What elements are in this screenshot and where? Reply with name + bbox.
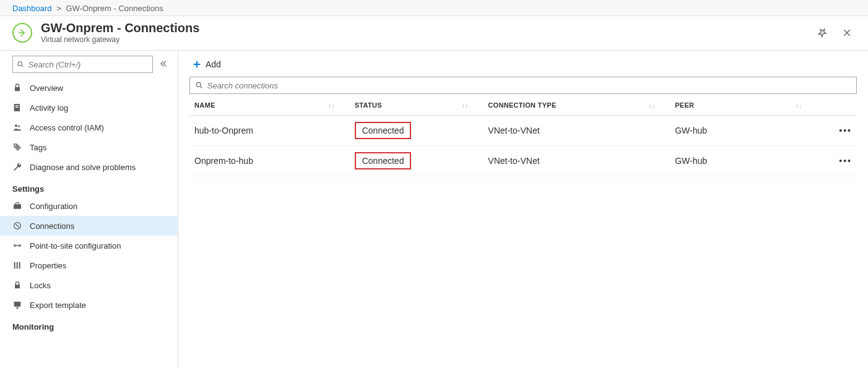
svg-rect-15 <box>15 285 20 288</box>
toolbar: Add <box>189 56 857 77</box>
sidebar-label: Tags <box>30 143 46 152</box>
export-icon <box>12 300 22 310</box>
people-icon <box>12 122 22 132</box>
sidebar-group-settings: Settings <box>0 177 178 196</box>
svg-rect-13 <box>17 262 18 269</box>
log-icon <box>12 103 22 113</box>
pin-button[interactable] <box>814 24 831 41</box>
cell-status: Connected <box>350 146 484 176</box>
cell-name: hub-to-Onprem <box>189 116 350 146</box>
sort-icon: ↑↓ <box>328 103 335 109</box>
sidebar-label: Activity log <box>30 103 68 113</box>
sidebar-item-configuration[interactable]: Configuration <box>0 196 178 216</box>
sidebar-search[interactable] <box>12 56 153 73</box>
sidebar-item-export[interactable]: Export template <box>0 295 178 315</box>
table-row[interactable]: Onprem-to-hub Connected VNet-to-VNet GW-… <box>189 146 857 176</box>
lock-icon <box>12 83 22 93</box>
filter-input[interactable] <box>207 81 851 90</box>
svg-rect-16 <box>14 302 21 307</box>
page-title: GW-Onprem - Connections <box>41 21 199 35</box>
sort-icon: ↑↓ <box>649 103 656 109</box>
svg-point-17 <box>196 82 201 87</box>
resource-icon <box>12 23 32 43</box>
svg-rect-3 <box>15 105 19 106</box>
col-name[interactable]: NAME↑↓ <box>189 95 350 116</box>
sidebar-group-monitoring: Monitoring <box>0 315 178 334</box>
svg-rect-14 <box>19 262 20 269</box>
wrench-icon <box>12 162 22 172</box>
search-icon <box>17 60 24 69</box>
close-button[interactable] <box>838 24 856 41</box>
svg-point-5 <box>15 124 17 127</box>
sidebar-label: Point-to-site configuration <box>30 241 121 250</box>
table-row[interactable]: hub-to-Onprem Connected VNet-to-VNet GW-… <box>189 116 857 146</box>
cell-status: Connected <box>350 116 484 146</box>
sidebar-label: Properties <box>30 261 66 270</box>
row-more-button[interactable]: ••• <box>817 116 857 146</box>
sidebar-item-tags[interactable]: Tags <box>0 137 178 157</box>
sidebar-label: Diagnose and solve problems <box>30 163 136 172</box>
title-bar: GW-Onprem - Connections Virtual network … <box>0 16 868 51</box>
breadcrumb: Dashboard > GW-Onprem - Connections <box>0 0 868 16</box>
svg-rect-4 <box>15 107 19 108</box>
toolbox-icon <box>12 201 22 211</box>
cell-type: VNet-to-VNet <box>483 116 670 146</box>
sidebar: Overview Activity log Access control (IA… <box>0 51 178 368</box>
main-content: Add NAME↑↓ STATUS↑↓ CONNECTION TYPE↑↓ <box>178 51 868 368</box>
add-button[interactable]: Add <box>189 58 224 71</box>
cell-peer: GW-hub <box>670 116 817 146</box>
svg-rect-12 <box>14 262 15 269</box>
sidebar-collapse-button[interactable] <box>157 57 170 72</box>
cell-peer: GW-hub <box>670 146 817 176</box>
page-subtitle: Virtual network gateway <box>41 35 199 44</box>
sidebar-label: Export template <box>30 301 86 310</box>
p2s-icon <box>12 241 22 250</box>
sidebar-label: Locks <box>30 281 51 290</box>
svg-rect-8 <box>14 204 21 208</box>
sidebar-item-properties[interactable]: Properties <box>0 255 178 275</box>
breadcrumb-sep: > <box>56 4 61 13</box>
svg-point-6 <box>18 125 20 127</box>
sidebar-item-connections[interactable]: Connections <box>0 216 178 236</box>
status-badge: Connected <box>355 152 412 169</box>
connections-table: NAME↑↓ STATUS↑↓ CONNECTION TYPE↑↓ PEER↑↓ <box>189 95 857 176</box>
sidebar-item-activity-log[interactable]: Activity log <box>0 98 178 118</box>
properties-icon <box>12 260 22 270</box>
sort-icon: ↑↓ <box>796 103 802 109</box>
svg-point-11 <box>19 245 21 247</box>
col-type[interactable]: CONNECTION TYPE↑↓ <box>483 95 670 116</box>
sidebar-item-overview[interactable]: Overview <box>0 78 178 98</box>
sidebar-item-diagnose[interactable]: Diagnose and solve problems <box>0 157 178 177</box>
connections-icon <box>12 221 22 231</box>
svg-point-10 <box>14 245 16 247</box>
filter-box[interactable] <box>189 77 857 94</box>
breadcrumb-current: GW-Onprem - Connections <box>66 4 163 13</box>
sidebar-label: Access control (IAM) <box>30 123 104 132</box>
cell-name: Onprem-to-hub <box>189 146 350 176</box>
sidebar-search-input[interactable] <box>28 60 152 69</box>
sidebar-item-p2s[interactable]: Point-to-site configuration <box>0 236 178 255</box>
sidebar-item-access-control[interactable]: Access control (IAM) <box>0 118 178 137</box>
sidebar-label: Connections <box>30 221 74 231</box>
search-icon <box>195 81 204 90</box>
svg-point-0 <box>18 62 22 66</box>
add-label: Add <box>206 59 221 69</box>
tag-icon <box>12 142 22 152</box>
sidebar-item-locks[interactable]: Locks <box>0 275 178 295</box>
chevron-left-double-icon <box>159 59 168 68</box>
col-peer[interactable]: PEER↑↓ <box>670 95 817 116</box>
row-more-button[interactable]: ••• <box>817 146 857 176</box>
plus-icon <box>192 59 202 69</box>
svg-point-7 <box>15 145 16 146</box>
sort-icon: ↑↓ <box>462 103 469 109</box>
breadcrumb-root[interactable]: Dashboard <box>12 4 52 13</box>
col-status[interactable]: STATUS↑↓ <box>350 95 484 116</box>
status-badge: Connected <box>355 122 412 139</box>
cell-type: VNet-to-VNet <box>483 146 670 176</box>
sidebar-label: Configuration <box>30 202 77 211</box>
sidebar-label: Overview <box>30 83 63 93</box>
svg-rect-1 <box>15 87 20 92</box>
padlock-icon <box>12 280 22 290</box>
